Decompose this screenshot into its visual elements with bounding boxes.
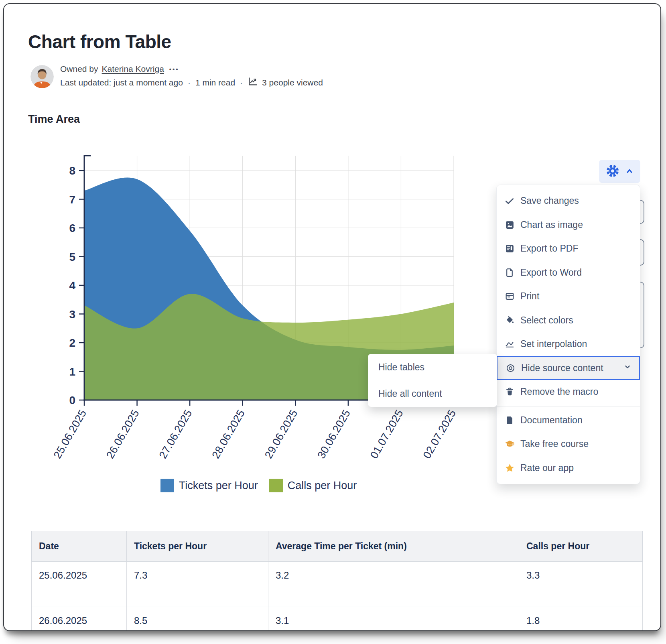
menu-item-documentation[interactable]: Documentation bbox=[497, 408, 640, 433]
chevron-down-icon bbox=[623, 362, 632, 374]
table-row: 26.06.2025 8.5 3.1 1.8 bbox=[32, 607, 643, 632]
legend-swatch-calls bbox=[269, 479, 283, 492]
avatar[interactable] bbox=[30, 65, 54, 88]
menu-item-hide-source-content[interactable]: Hide source content bbox=[497, 356, 640, 380]
cell-date: 25.06.2025 bbox=[32, 562, 127, 607]
menu-item-take-free-course[interactable]: Take free course bbox=[497, 432, 640, 456]
y-tick-label: 8 bbox=[69, 165, 75, 177]
source-data-table: Date Tickets per Hour Average Time per T… bbox=[31, 531, 643, 631]
page-title: Chart from Table bbox=[28, 31, 171, 53]
menu-item-remove-the-macro[interactable]: Remove the macro bbox=[497, 380, 640, 404]
trash-icon bbox=[504, 386, 516, 398]
y-tick-label: 0 bbox=[69, 394, 75, 406]
column-header-tickets: Tickets per Hour bbox=[127, 531, 268, 562]
x-tick-label: 27.06.2025 bbox=[157, 408, 195, 461]
x-tick-label: 30.06.2025 bbox=[315, 408, 353, 461]
section-heading: Time Area bbox=[28, 113, 80, 126]
cell-calls: 3.3 bbox=[519, 562, 643, 607]
x-tick-label: 29.06.2025 bbox=[262, 408, 300, 461]
y-tick-label: 5 bbox=[69, 251, 75, 263]
export-pdf-icon bbox=[504, 243, 516, 255]
paint-bucket-icon bbox=[504, 314, 516, 326]
print-icon bbox=[504, 291, 516, 303]
cell-date: 26.06.2025 bbox=[32, 607, 127, 632]
separator-dot: · bbox=[187, 78, 192, 87]
avatar-image bbox=[30, 65, 54, 88]
export-word-icon bbox=[504, 266, 516, 278]
gear-icon bbox=[605, 164, 620, 179]
owned-by-label: Owned by bbox=[60, 64, 98, 74]
chart-settings-button[interactable] bbox=[599, 160, 640, 183]
views-text: 3 people viewed bbox=[262, 78, 323, 87]
star-icon bbox=[504, 462, 516, 474]
byline: Owned by Katerina Kovriga ••• Last updat… bbox=[30, 64, 323, 89]
chart-legend: Tickets per Hour Calls per Hour bbox=[49, 479, 468, 492]
y-tick-label: 3 bbox=[69, 308, 75, 321]
separator-dot: · bbox=[239, 78, 244, 87]
menu-item-chart-as-image[interactable]: Chart as image bbox=[497, 213, 640, 237]
y-tick-label: 7 bbox=[69, 193, 75, 206]
time-area-chart: 01234567825.06.202526.06.202527.06.20252… bbox=[49, 152, 468, 502]
last-updated-text: Last updated: just a moment ago bbox=[60, 78, 183, 87]
legend-entry-calls: Calls per Hour bbox=[269, 479, 357, 492]
legend-label-calls: Calls per Hour bbox=[288, 479, 357, 492]
page-frame: Chart from Table Owned by Katerina Kovri… bbox=[3, 3, 661, 631]
cell-avg-time: 3.1 bbox=[268, 607, 519, 632]
y-tick-label: 2 bbox=[69, 337, 75, 349]
x-tick-label: 28.06.2025 bbox=[209, 408, 247, 461]
cell-avg-time: 3.2 bbox=[268, 562, 519, 607]
owner-link[interactable]: Katerina Kovriga bbox=[102, 64, 164, 74]
table-header-row: Date Tickets per Hour Average Time per T… bbox=[32, 531, 643, 562]
legend-swatch-tickets bbox=[160, 479, 174, 492]
table-row: 25.06.2025 7.3 3.2 3.3 bbox=[32, 562, 643, 607]
menu-item-print[interactable]: Print bbox=[497, 284, 640, 309]
x-tick-label: 25.06.2025 bbox=[51, 408, 89, 461]
image-icon bbox=[504, 219, 516, 231]
hide-source-submenu: Hide tables Hide all content bbox=[368, 354, 497, 407]
interpolation-icon bbox=[504, 338, 516, 350]
column-header-calls: Calls per Hour bbox=[519, 531, 643, 562]
menu-item-save-changes[interactable]: Save changes bbox=[497, 189, 640, 213]
legend-label-tickets: Tickets per Hour bbox=[179, 479, 258, 492]
x-tick-label: 26.06.2025 bbox=[104, 408, 142, 461]
document-icon bbox=[504, 414, 516, 426]
eye-icon bbox=[504, 362, 516, 374]
y-tick-label: 1 bbox=[69, 366, 75, 378]
more-actions-button[interactable]: ••• bbox=[169, 66, 179, 73]
analytics-trend-icon bbox=[248, 76, 258, 89]
chevron-up-icon bbox=[625, 166, 634, 177]
menu-divider bbox=[497, 406, 640, 406]
cell-tickets: 8.5 bbox=[127, 607, 268, 632]
menu-item-export-to-pdf[interactable]: Export to PDF bbox=[497, 237, 640, 261]
cell-tickets: 7.3 bbox=[127, 562, 268, 607]
column-header-avg-time: Average Time per Ticket (min) bbox=[268, 531, 519, 562]
y-tick-label: 6 bbox=[69, 222, 75, 234]
cell-calls: 1.8 bbox=[519, 607, 643, 632]
graduation-cap-icon bbox=[504, 438, 516, 450]
submenu-item-hide-all-content[interactable]: Hide all content bbox=[368, 380, 497, 407]
column-header-date: Date bbox=[32, 531, 127, 562]
y-tick-label: 4 bbox=[69, 279, 75, 292]
submenu-item-hide-tables[interactable]: Hide tables bbox=[368, 354, 497, 380]
x-tick-label: 02.07.2025 bbox=[421, 408, 459, 461]
x-tick-label: 01.07.2025 bbox=[368, 408, 406, 461]
menu-item-set-interpolation[interactable]: Set interpolation bbox=[497, 332, 640, 356]
menu-item-select-colors[interactable]: Select colors bbox=[497, 309, 640, 333]
check-icon bbox=[504, 195, 516, 207]
menu-item-export-to-word[interactable]: Export to Word bbox=[497, 261, 640, 285]
read-time-text: 1 min read bbox=[195, 78, 235, 87]
settings-dropdown-menu: Save changes Chart as image Export to PD… bbox=[496, 185, 640, 484]
menu-item-rate-our-app[interactable]: Rate our app bbox=[497, 456, 640, 480]
legend-entry-tickets: Tickets per Hour bbox=[160, 479, 258, 492]
